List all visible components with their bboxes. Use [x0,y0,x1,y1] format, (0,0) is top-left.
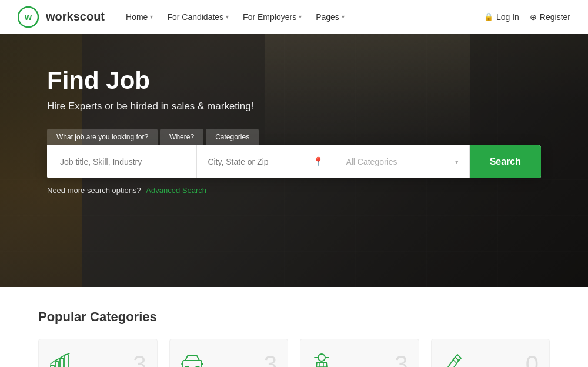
category-card-accounting[interactable]: Accounting /Finance 3 [38,339,158,367]
chevron-down-icon: ▾ [226,14,229,20]
search-button[interactable]: Search [470,145,541,178]
category-count-design: 0 [526,352,539,367]
where-label: Where? [160,129,203,145]
nav-item-candidates[interactable]: For Candidates ▾ [160,0,236,34]
chevron-down-icon: ▾ [342,14,345,20]
lock-icon: 🔒 [484,12,493,21]
hero-section: Find Job Hire Experts or be hirded in sa… [0,34,588,287]
popular-categories-section: Popular Categories Accounting /Finance 3 [0,287,588,367]
nav-item-pages[interactable]: Pages ▾ [309,0,352,34]
circle-icon: ⊕ [530,12,537,22]
categories-grid: Accounting /Finance 3 Automotive Jobs 3 [38,339,550,367]
car-icon [181,352,204,367]
svg-rect-4 [60,358,64,367]
svg-point-10 [318,354,325,361]
brand-logo-link[interactable]: w workscout [18,6,105,28]
category-count-construction: 3 [395,352,407,367]
register-link[interactable]: ⊕ Register [530,12,570,22]
svg-text:w: w [24,12,32,22]
chevron-down-icon: ▾ [150,14,153,20]
login-link[interactable]: 🔒 Log In [484,12,519,22]
svg-rect-3 [55,362,59,367]
search-bar: 📍 All Categories ▾ Search [47,145,541,178]
categories-label: Categories [206,129,259,145]
nav-auth: 🔒 Log In ⊕ Register [484,12,570,22]
categories-section-title: Popular Categories [38,309,550,325]
job-search-input[interactable] [47,145,197,178]
category-dropdown-arrow: ▾ [455,158,459,166]
advanced-search-row: Need more search options? Advanced Searc… [47,186,541,195]
category-card-construction[interactable]: Construction /Facilities 3 [300,339,419,367]
location-search-field: 📍 [197,145,335,178]
chevron-down-icon: ▾ [299,14,302,20]
svg-rect-5 [65,355,68,367]
hero-title: Find Job [47,66,541,95]
category-card-design[interactable]: Design, Art &Multimedia 0 [431,339,550,367]
category-select-wrapper[interactable]: All Categories ▾ [335,145,469,178]
hero-content: Find Job Hire Experts or be hirded in sa… [0,34,588,195]
category-card-left: Automotive Jobs [181,352,248,367]
category-card-left: Construction /Facilities [311,352,367,367]
category-count-automotive: 3 [264,352,277,367]
brand-logo-svg: w [18,6,39,28]
category-select-text: All Categories [346,157,455,166]
category-card-left: Design, Art &Multimedia [442,352,494,367]
nav-item-home[interactable]: Home ▾ [119,0,160,34]
nav-links: Home ▾ For Candidates ▾ For Employers ▾ … [119,0,484,34]
location-pin-icon: 📍 [313,156,324,167]
location-input[interactable] [208,157,310,166]
advanced-search-link[interactable]: Advanced Search [146,186,206,195]
svg-rect-6 [183,361,202,367]
accounting-icon [49,352,71,367]
svg-line-14 [453,359,456,363]
category-count-accounting: 3 [133,352,146,367]
brand-name: workscout [46,10,105,24]
design-icon [442,352,463,367]
construction-icon [311,352,332,367]
job-search-label: What job are you looking for? [47,129,158,145]
search-labels-row: What job are you looking for? Where? Cat… [47,129,541,145]
hero-subtitle: Hire Experts or be hirded in sales & mar… [47,101,541,112]
category-card-left: Accounting /Finance [49,352,99,367]
category-card-automotive[interactable]: Automotive Jobs 3 [169,339,289,367]
navbar: w workscout Home ▾ For Candidates ▾ For … [0,0,588,34]
nav-item-employers[interactable]: For Employers ▾ [236,0,309,34]
